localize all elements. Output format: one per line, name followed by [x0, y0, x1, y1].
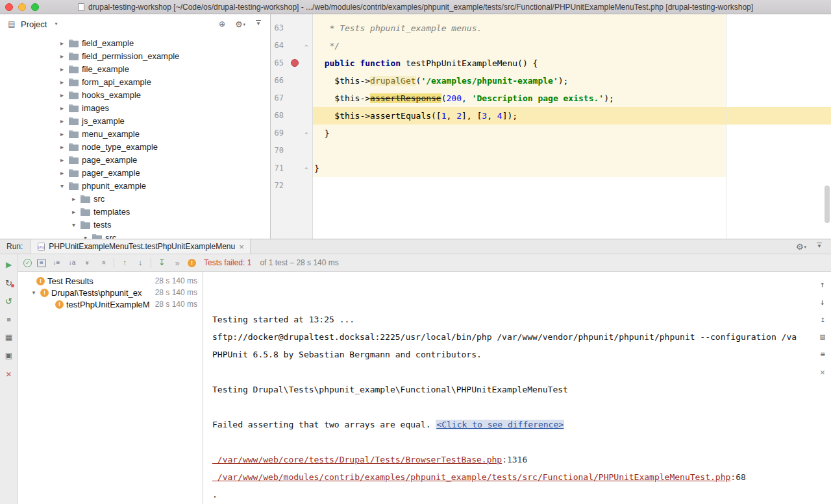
gear-icon[interactable]: ⚙ — [235, 19, 245, 29]
code-line-68[interactable]: 68 $this->assertEquals([1, 2], [3, 4]); — [271, 107, 831, 125]
chevron-down-icon[interactable]: ▾ — [82, 234, 89, 239]
rerun-failed-icon[interactable]: ↻ — [4, 278, 14, 288]
project-item-tests[interactable]: ▾tests — [0, 218, 270, 231]
fold-marker-icon[interactable]: › — [303, 42, 310, 49]
test-tree-item[interactable]: Test Results28 s 140 ms — [18, 275, 203, 287]
project-item-hooks_example[interactable]: ▸hooks_example — [0, 88, 270, 101]
test-tree-item[interactable]: testPhpUnitExampleM28 s 140 ms — [18, 298, 203, 310]
soft-wrap-icon[interactable]: ≡ — [817, 349, 828, 359]
chevron-right-icon[interactable]: ▸ — [70, 208, 77, 215]
project-item-field_example[interactable]: ▸field_example — [0, 36, 270, 49]
project-item-images[interactable]: ▸images — [0, 101, 270, 114]
project-item-form_api_example[interactable]: ▸form_api_example — [0, 75, 270, 88]
gutter-line-66[interactable]: 66 — [271, 72, 313, 90]
code-line-71[interactable]: 71›} — [271, 160, 831, 177]
minimize-window-button[interactable] — [18, 3, 26, 11]
locate-icon[interactable]: ⊕ — [217, 19, 227, 29]
gutter-line-68[interactable]: 68 — [271, 107, 313, 125]
sort-alpha-icon[interactable]: ↓a — [67, 258, 77, 268]
see-difference-link[interactable]: <Click to see difference> — [436, 420, 564, 429]
auto-test-icon[interactable]: ↺ — [4, 296, 14, 306]
zoom-window-button[interactable] — [31, 3, 39, 11]
code-line-69[interactable]: 69› } — [271, 125, 831, 142]
stop-icon[interactable]: ■ — [4, 314, 14, 324]
project-item-src[interactable]: ▾src — [0, 231, 270, 239]
test-failed-gutter-icon[interactable] — [291, 59, 299, 67]
close-window-button[interactable] — [5, 3, 13, 11]
test-tree-item[interactable]: ▼Drupal\Tests\phpunit_ex28 s 140 ms — [18, 287, 203, 298]
toggle-console-icon[interactable]: ≡ — [37, 259, 46, 267]
chevron-right-icon[interactable]: ▸ — [58, 143, 66, 150]
project-item-menu_example[interactable]: ▸menu_example — [0, 127, 270, 140]
test-console[interactable]: Testing started at 13:25 ...sftp://docke… — [203, 272, 831, 504]
chevron-right-icon[interactable]: ▸ — [58, 91, 66, 99]
project-panel-title[interactable]: Project — [21, 19, 47, 29]
close-tab-icon[interactable]: × — [239, 243, 244, 251]
chevron-right-icon[interactable]: ▸ — [58, 156, 66, 163]
export-console-icon[interactable]: ↥ — [817, 314, 828, 324]
pin-tab-icon[interactable]: ▣ — [4, 350, 14, 361]
import-results-icon[interactable]: ↧ — [156, 258, 167, 268]
gutter-line-67[interactable]: 67 — [271, 90, 313, 107]
project-item-templates[interactable]: ▸templates — [0, 205, 270, 218]
project-item-node_type_example[interactable]: ▸node_type_example — [0, 140, 270, 153]
chevron-right-icon[interactable]: ▸ — [58, 40, 66, 47]
sort-duration-icon[interactable]: ↓≡ — [51, 258, 62, 268]
chevron-right-icon[interactable]: ▸ — [58, 104, 66, 112]
code-line-65[interactable]: 65 public function testPhpUnitExampleMen… — [271, 54, 831, 72]
code-editor[interactable]: 63 * Tests phpunit_example menus.64› */6… — [271, 14, 831, 239]
chevron-right-icon[interactable]: ▸ — [70, 195, 77, 202]
chevron-down-icon[interactable]: ▾ — [70, 221, 77, 228]
gear-icon[interactable]: ⚙ — [796, 241, 806, 252]
clear-console-icon[interactable]: × — [817, 366, 828, 377]
file-link[interactable]: /var/www/web/modules/contrib/examples/ph… — [212, 472, 730, 482]
code-line-67[interactable]: 67 $this->assertResponse(200, 'Descripti… — [271, 90, 831, 107]
chevron-more-icon[interactable]: » — [172, 258, 182, 268]
chevron-right-icon[interactable]: ▸ — [58, 78, 66, 86]
chevron-right-icon[interactable]: ▸ — [58, 66, 66, 73]
rerun-icon[interactable]: ▶ — [4, 259, 14, 270]
close-icon[interactable]: × — [4, 368, 14, 379]
up-stack-icon[interactable]: ↑ — [817, 279, 828, 289]
chevron-right-icon[interactable]: ▸ — [58, 169, 66, 176]
chevron-down-icon[interactable]: ▾ — [58, 182, 66, 189]
gutter-line-72[interactable]: 72 — [271, 177, 313, 195]
project-item-src[interactable]: ▸src — [0, 192, 270, 205]
editor-scrollbar[interactable] — [825, 186, 830, 223]
code-line-72[interactable]: 72 — [271, 177, 831, 195]
code-line-70[interactable]: 70 — [271, 142, 831, 160]
prev-failed-icon[interactable]: ↑ — [119, 258, 130, 268]
code-line-64[interactable]: 64› */ — [271, 37, 831, 54]
gutter-line-63[interactable]: 63 — [271, 19, 313, 37]
fold-marker-icon[interactable]: › — [303, 130, 310, 137]
project-item-page_example[interactable]: ▸page_example — [0, 153, 270, 166]
gutter-line-65[interactable]: 65 — [271, 54, 313, 72]
run-tab[interactable]: php PHPUnitExampleMenuTest.testPhpUnitEx… — [31, 239, 250, 254]
expand-all-icon[interactable]: » — [82, 258, 93, 268]
hide-passed-icon[interactable]: ✓ — [23, 259, 32, 267]
restore-layout-icon[interactable]: ▦ — [4, 332, 14, 342]
next-failed-icon[interactable]: ↓ — [135, 258, 145, 268]
fold-marker-icon[interactable]: › — [303, 165, 310, 172]
chevron-down-icon[interactable]: ▾ — [51, 19, 61, 29]
chevron-down-icon[interactable]: ▼ — [31, 290, 38, 296]
down-stack-icon[interactable]: ↓ — [817, 296, 828, 307]
file-link[interactable]: /var/www/web/core/tests/Drupal/Tests/Bro… — [212, 455, 502, 464]
project-item-phpunit_example[interactable]: ▾phpunit_example — [0, 179, 270, 192]
collapse-all-icon[interactable]: » — [98, 258, 108, 268]
chevron-right-icon[interactable]: ▸ — [58, 53, 66, 60]
project-item-file_example[interactable]: ▸file_example — [0, 62, 270, 75]
gutter-line-70[interactable]: 70 — [271, 142, 313, 160]
hide-panel-icon[interactable]: ▼ — [253, 19, 264, 29]
gutter-line-69[interactable]: 69› — [271, 125, 313, 142]
gutter-line-64[interactable]: 64› — [271, 37, 313, 54]
chevron-right-icon[interactable]: ▸ — [58, 117, 66, 125]
gutter-line-71[interactable]: 71› — [271, 160, 313, 177]
hide-panel-icon[interactable]: ▼ — [814, 241, 825, 252]
project-item-field_permission_example[interactable]: ▸field_permission_example — [0, 49, 270, 62]
project-item-js_example[interactable]: ▸js_example — [0, 114, 270, 127]
code-line-63[interactable]: 63 * Tests phpunit_example menus. — [271, 19, 831, 37]
code-line-66[interactable]: 66 $this->drupalGet('/examples/phpunit-e… — [271, 72, 831, 90]
chevron-right-icon[interactable]: ▸ — [58, 130, 66, 138]
project-item-pager_example[interactable]: ▸pager_example — [0, 166, 270, 179]
